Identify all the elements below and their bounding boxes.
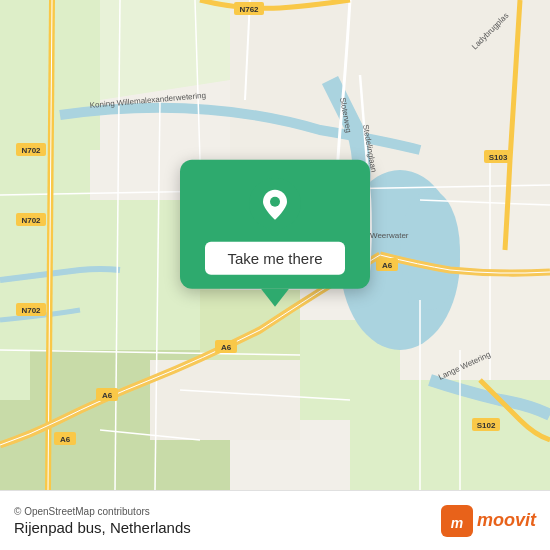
svg-point-16 [400, 190, 460, 310]
svg-text:A6: A6 [102, 391, 113, 400]
location-pin-icon [249, 178, 301, 230]
svg-text:N702: N702 [21, 216, 41, 225]
moovit-icon: m [441, 505, 473, 537]
moovit-logo: m moovit [441, 505, 536, 537]
popup-card: Take me there [180, 160, 370, 289]
map-container: N762 N702 N702 N702 A6 A6 A6 A6 S103 S10… [0, 0, 550, 490]
svg-text:N702: N702 [21, 306, 41, 315]
svg-text:Weerwater: Weerwater [370, 231, 409, 240]
map-popup: Take me there [180, 160, 370, 307]
svg-text:A6: A6 [382, 261, 393, 270]
svg-rect-7 [350, 380, 550, 490]
footer-info: © OpenStreetMap contributors Rijenpad bu… [14, 506, 191, 536]
svg-text:S102: S102 [477, 421, 496, 430]
location-name: Rijenpad bus, Netherlands [14, 519, 191, 536]
moovit-brand-text: moovit [477, 510, 536, 531]
svg-text:N762: N762 [239, 5, 259, 14]
svg-point-59 [270, 197, 280, 207]
popup-tail [261, 289, 289, 307]
svg-text:A6: A6 [221, 343, 232, 352]
take-me-there-button[interactable]: Take me there [205, 242, 344, 275]
svg-text:S103: S103 [489, 153, 508, 162]
svg-text:N702: N702 [21, 146, 41, 155]
osm-attribution: © OpenStreetMap contributors [14, 506, 191, 517]
svg-text:A6: A6 [60, 435, 71, 444]
svg-text:m: m [451, 515, 463, 531]
footer: © OpenStreetMap contributors Rijenpad bu… [0, 490, 550, 550]
